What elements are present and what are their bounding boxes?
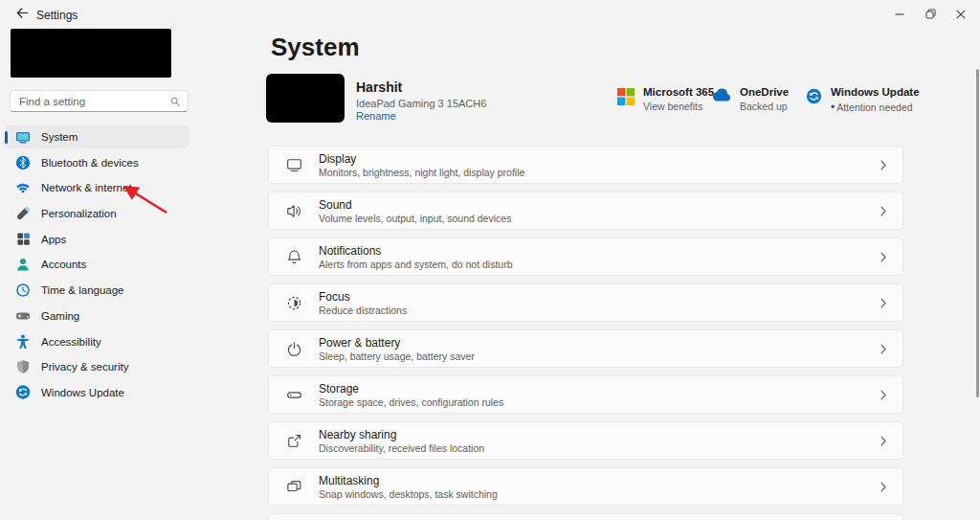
sidebar-item-label: Apps [41, 234, 66, 245]
chevron-right-icon [880, 205, 887, 217]
chevron-right-icon [880, 159, 887, 171]
sidebar-item-windows-update[interactable]: Windows Update [5, 381, 189, 404]
restore-icon [925, 8, 936, 22]
personalization-icon [15, 206, 31, 221]
accessibility-icon [15, 334, 31, 350]
minimize-icon [895, 8, 904, 22]
row-subtitle: Reduce distractions [319, 305, 407, 316]
status-card-microsoft-365[interactable]: Microsoft 365 View benefits [617, 86, 714, 112]
status-card-windows-update[interactable]: Windows Update •Attention needed [806, 86, 920, 114]
row-subtitle: Snap windows, desktops, task switching [319, 488, 498, 500]
sidebar-item-bluetooth-devices[interactable]: Bluetooth & devices [5, 151, 189, 174]
sidebar-item-system[interactable]: System [5, 125, 189, 148]
sidebar-item-privacy-security[interactable]: Privacy & security [5, 355, 189, 378]
row-title: Focus [319, 290, 407, 304]
sidebar-item-label: Network & internet [41, 182, 132, 193]
settings-row-power-battery[interactable]: Power & batterySleep, battery usage, bat… [268, 329, 903, 368]
sidebar-item-label: Personalization [41, 208, 117, 219]
window-controls [884, 0, 976, 29]
sidebar-item-network-internet[interactable]: Network & internet [5, 176, 189, 199]
status-card-subtitle: •Attention needed [831, 101, 920, 114]
chevron-right-icon [880, 435, 887, 447]
window-title: Settings [36, 9, 78, 22]
microsoft-logo-icon [617, 88, 635, 109]
focus-icon [284, 293, 303, 312]
row-title: Power & battery [319, 336, 475, 350]
back-arrow-icon [15, 6, 30, 23]
attention-dot: • [831, 101, 835, 114]
apps-icon [15, 232, 31, 247]
chevron-right-icon [880, 389, 887, 401]
sidebar-item-label: System [41, 131, 78, 143]
user-profile-image-redacted [11, 29, 171, 78]
sidebar-item-gaming[interactable]: Gaming [5, 305, 189, 328]
close-icon [956, 8, 966, 22]
sidebar-item-label: Privacy & security [41, 361, 128, 373]
network-icon [15, 180, 31, 195]
row-subtitle: Storage space, drives, configuration rul… [319, 396, 503, 408]
sidebar-item-label: Accounts [41, 259, 86, 270]
search-input[interactable] [11, 96, 170, 107]
settings-row-display[interactable]: DisplayMonitors, brightness, night light… [268, 146, 903, 184]
sidebar-item-label: Time & language [41, 284, 124, 296]
time-language-icon [15, 283, 31, 298]
sidebar-item-personalization[interactable]: Personalization [5, 202, 189, 225]
status-card-subtitle-text: Attention needed [836, 102, 912, 113]
windows-update-icon [15, 385, 31, 400]
minimize-button[interactable] [884, 0, 915, 29]
search-box[interactable] [10, 90, 189, 112]
storage-icon [284, 385, 303, 404]
settings-row-storage[interactable]: StorageStorage space, drives, configurat… [268, 375, 903, 414]
windows-update-icon [806, 88, 822, 108]
row-title: Display [319, 152, 524, 166]
row-subtitle: Monitors, brightness, night light, displ… [319, 167, 524, 178]
bluetooth-icon [15, 155, 31, 170]
row-title: Notifications [319, 244, 513, 258]
onedrive-cloud-icon [710, 88, 731, 106]
row-title: Sound [319, 198, 511, 212]
row-subtitle: Alerts from apps and system, do not dist… [319, 259, 513, 270]
row-title: Multitasking [319, 474, 498, 487]
status-card-subtitle: View benefits [643, 101, 714, 112]
sidebar-item-accounts[interactable]: Accounts [5, 253, 189, 276]
device-avatar-redacted [266, 74, 345, 123]
chevron-right-icon [880, 343, 887, 355]
sidebar-item-accessibility[interactable]: Accessibility [5, 330, 189, 353]
restore-button[interactable] [915, 0, 946, 29]
status-card-subtitle: Backed up [740, 101, 789, 112]
sidebar-item-label: Bluetooth & devices [41, 157, 139, 169]
status-card-title: OneDrive [740, 86, 789, 98]
sidebar-item-label: Accessibility [41, 336, 101, 348]
settings-row-nearby-sharing[interactable]: Nearby sharingDiscoverability, received … [268, 421, 903, 460]
power-icon [284, 339, 303, 358]
status-card-onedrive[interactable]: OneDrive Backed up [710, 86, 789, 112]
sidebar-item-time-language[interactable]: Time & language [5, 279, 189, 302]
sidebar-item-label: Gaming [41, 310, 79, 322]
scrollbar-thumb[interactable] [976, 69, 979, 397]
nearby-sharing-icon [284, 431, 303, 450]
sound-icon [284, 201, 303, 220]
sidebar-nav: SystemBluetooth & devicesNetwork & inter… [5, 125, 189, 404]
notifications-icon [284, 247, 303, 266]
settings-row-focus[interactable]: FocusReduce distractions [268, 283, 903, 322]
accounts-icon [15, 257, 31, 272]
status-card-title: Microsoft 365 [643, 86, 714, 98]
sidebar-item-apps[interactable]: Apps [5, 228, 189, 251]
back-button[interactable] [10, 4, 34, 25]
close-button[interactable] [946, 0, 976, 29]
sidebar-item-label: Windows Update [41, 387, 124, 398]
display-icon [284, 155, 303, 174]
status-card-title: Windows Update [831, 86, 920, 98]
settings-row-sound[interactable]: SoundVolume levels, output, input, sound… [268, 192, 903, 230]
settings-row-notifications[interactable]: NotificationsAlerts from apps and system… [268, 237, 903, 276]
row-subtitle: Volume levels, output, input, sound devi… [319, 213, 511, 224]
row-subtitle: Discoverability, received files location [319, 442, 484, 454]
privacy-security-icon [15, 359, 31, 374]
device-name: Harshit [356, 79, 402, 95]
system-icon [15, 129, 31, 145]
row-subtitle: Sleep, battery usage, battery saver [319, 350, 475, 362]
settings-row-partial[interactable] [268, 513, 903, 520]
settings-row-multitasking[interactable]: MultitaskingSnap windows, desktops, task… [268, 467, 903, 506]
row-title: Nearby sharing [319, 428, 484, 441]
rename-link[interactable]: Rename [356, 110, 396, 122]
